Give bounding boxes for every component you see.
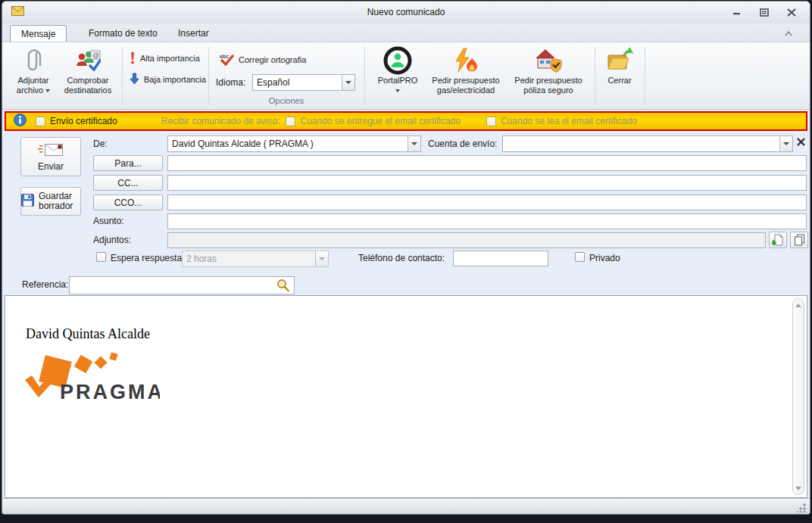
to-input[interactable] [167,155,807,171]
paperclip-icon [25,45,42,76]
phone-input[interactable] [453,251,548,266]
subject-label: Asunto: [93,216,124,226]
language-combobox[interactable]: Español [252,74,355,91]
language-value: Español [253,75,342,90]
private-label: Privado [589,253,620,263]
from-dropdown-icon[interactable] [408,136,420,151]
info-icon[interactable] [14,114,27,129]
scroll-up-icon[interactable] [793,300,804,310]
high-importance-button[interactable]: Alta importancia [126,50,203,67]
ribbon: Adjuntar archivo @ Comprobar destinatari… [2,42,810,110]
attachments-input[interactable] [167,232,766,248]
cc-button[interactable]: CC... [93,175,163,191]
portalpro-button[interactable]: PortalPRO [370,45,425,106]
from-combobox[interactable]: David Quintas Alcalde ( PRAGMA ) [167,135,421,152]
collapse-ribbon-icon[interactable] [784,28,793,39]
send-envelope-icon [38,142,64,160]
certified-send-checkbox[interactable] [36,117,45,126]
language-dropdown-icon[interactable] [342,75,354,90]
signature-name: David Quintas Alcalde [26,326,150,342]
reference-search-icon[interactable] [276,279,290,295]
lightning-flame-icon [452,45,479,76]
maximize-button[interactable] [757,6,772,18]
ribbon-separator [595,47,595,104]
house-shield-icon [534,45,563,76]
to-button[interactable]: Para... [93,155,163,171]
save-draft-label: Guardar borrador [39,191,80,211]
attach-dropdown-caret [45,89,50,92]
compose-form: Enviar Guardar borrador De: David Quinta… [2,131,810,295]
copy-attachment-button[interactable] [790,232,808,248]
high-importance-icon [130,51,136,66]
notice-label: Recibir comunicado de aviso: [161,116,280,126]
save-floppy-icon [21,194,34,209]
private-checkbox[interactable] [575,252,585,262]
send-account-dropdown-icon[interactable] [779,136,792,151]
language-label: Idioma: [216,77,245,88]
low-importance-icon [130,73,139,86]
close-folder-icon [606,45,633,76]
add-attachment-button[interactable] [769,232,787,248]
svg-text:abc: abc [220,54,229,59]
svg-text:@: @ [92,51,99,59]
ribbon-separator [645,47,645,104]
on-read-label: Cuando se lea el email certificado [501,116,637,126]
send-account-combobox[interactable] [502,135,793,152]
quote-insurance-button[interactable]: Pedir presupuesto póliza seguro [508,45,589,106]
from-value: David Quintas Alcalde ( PRAGMA ) [168,136,408,151]
pragma-logo: PRAGMA [23,347,160,409]
save-draft-button[interactable]: Guardar borrador [20,187,81,216]
tab-insertar[interactable]: Insertar [167,25,220,42]
subject-input[interactable] [167,213,807,229]
check-recipients-button[interactable]: @ Comprobar destinatarios [57,45,119,106]
scroll-down-icon[interactable] [793,483,804,493]
certified-send-label: Envío certificado [50,116,117,126]
clear-account-icon[interactable] [796,137,806,149]
low-importance-button[interactable]: Baja importancia [126,71,209,88]
recipients-check-icon: @ [75,45,101,76]
wait-reply-checkbox[interactable] [96,252,106,262]
wait-reply-combobox[interactable]: 2 horas [182,251,329,267]
message-body-editor[interactable]: David Quintas Alcalde PRAGMA [5,295,807,498]
send-account-value [503,136,779,151]
body-scrollbar[interactable] [792,298,804,495]
tab-formato-de-texto[interactable]: Formato de texto [78,25,168,42]
close-ribbon-button[interactable]: Cerrar [599,45,640,106]
portalpro-dropdown-caret [395,89,400,92]
minimize-button[interactable] [729,6,745,18]
portalpro-icon [383,45,412,76]
attach-file-button[interactable]: Adjuntar archivo [11,45,55,106]
options-group-label: Opciones [208,96,364,105]
close-button[interactable] [784,6,799,18]
send-account-label: Cuenta de envío: [428,139,497,149]
certified-alert-bar: Envío certificado Recibir comunicado de … [5,111,807,131]
resize-grip[interactable] [797,503,806,512]
spellcheck-icon: abc [219,53,234,67]
bcc-input[interactable] [167,195,807,210]
spellcheck-button[interactable]: abc Corregir ortografia [216,51,309,68]
phone-label: Teléfono de contacto: [358,253,445,263]
window-title: Nuevo comunicado [2,7,810,17]
wait-reply-dropdown-icon [315,251,328,266]
reference-label: Referencia: [22,279,68,290]
status-bar [2,498,810,515]
svg-text:PRAGMA: PRAGMA [60,381,160,403]
bcc-button[interactable]: CCO... [93,195,163,210]
quote-gas-button[interactable]: Pedir presupuesto gas/electricidad [426,45,505,106]
cc-input[interactable] [167,175,807,191]
tab-mensaje[interactable]: Mensaje [10,25,67,42]
ribbon-separator [364,47,365,104]
on-delivered-label: Cuando se entregue el email certificado [300,116,460,126]
on-read-checkbox[interactable] [486,117,496,126]
compose-window: Nuevo comunicado Mensaje Formato de text… [2,1,810,515]
ribbon-tab-row: Mensaje Formato de texto Insertar [2,23,810,42]
wait-reply-value: 2 horas [183,251,315,266]
send-label: Enviar [38,161,64,172]
from-label: De: [93,139,108,149]
attachments-label: Adjuntos: [93,235,131,245]
ribbon-separator [122,47,123,104]
on-delivered-checkbox[interactable] [286,117,295,126]
reference-input[interactable] [69,276,295,294]
title-bar: Nuevo comunicado [2,2,810,23]
send-button[interactable]: Enviar [20,137,81,176]
